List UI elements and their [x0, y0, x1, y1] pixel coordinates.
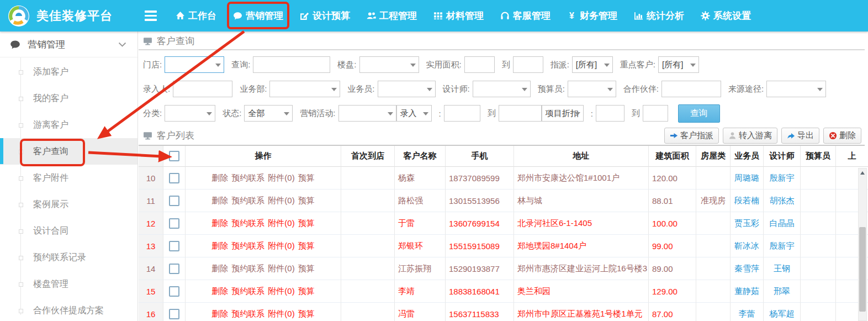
sidebar-item-customer-query[interactable]: 客户查询	[0, 138, 137, 165]
op-budget-link[interactable]: 预算	[298, 241, 315, 251]
nav-item-design-budget[interactable]: 设计预算	[300, 9, 350, 22]
select-all-checkbox[interactable]	[169, 151, 179, 161]
monitor-icon	[143, 36, 152, 46]
op-budget-link[interactable]: 预算	[298, 196, 315, 206]
row-checkbox[interactable]	[169, 286, 179, 297]
store-select[interactable]	[165, 56, 224, 73]
op-attachments-link[interactable]: 附件(0)	[268, 264, 294, 274]
sidebar-item-partner-commission-plan[interactable]: 合作伙伴提成方案	[0, 297, 137, 321]
menu-toggle-icon[interactable]	[145, 10, 157, 21]
project-discount-select[interactable]: 项目折扣	[542, 105, 584, 122]
nav-item-workbench[interactable]: 工作台	[176, 9, 216, 22]
op-appointment-contact-link[interactable]: 预约联系	[231, 309, 264, 319]
partner-input[interactable]	[661, 81, 721, 97]
op-delete-link[interactable]: 删除	[211, 218, 228, 229]
op-appointment-contact-link[interactable]: 预约联系	[231, 173, 264, 183]
designer-select[interactable]	[473, 81, 531, 97]
assign-customer-button[interactable]: 客户指派	[664, 128, 719, 144]
sidebar-group-marketing[interactable]: 营销管理	[0, 31, 137, 57]
op-delete-link[interactable]: 删除	[211, 241, 228, 251]
sidebar-item-appointment-contact-records[interactable]: 预约联系记录	[0, 244, 137, 271]
entry-person-input[interactable]	[173, 81, 232, 97]
nav-item-system-settings[interactable]: 系统设置	[701, 9, 751, 22]
op-attachments-link[interactable]: 附件(0)	[268, 241, 294, 251]
row-checkbox[interactable]	[169, 309, 179, 319]
usable-area-to-input[interactable]	[513, 56, 543, 73]
sidebar-item-design-contract[interactable]: 设计合同	[0, 218, 137, 244]
search-input[interactable]	[253, 56, 330, 73]
filter-label-discount-to: 到	[632, 108, 640, 119]
assign-select[interactable]: [所有]	[572, 56, 613, 73]
building-select[interactable]	[359, 56, 419, 73]
op-delete-link[interactable]: 删除	[211, 196, 228, 206]
filter-row: 录入人:业务部:业务员:设计师:预算员:合作伙伴:来源途径:	[143, 77, 868, 101]
customer-name-cell: 于雷	[395, 212, 446, 235]
scroll-up-arrow-icon[interactable]	[859, 169, 866, 177]
op-attachments-link[interactable]: 附件(0)	[268, 196, 294, 206]
mobile-cell: 13015513956	[446, 190, 514, 212]
row-checkbox[interactable]	[169, 173, 179, 183]
discount-from-input[interactable]	[596, 105, 624, 122]
delete-button[interactable]: 删除	[823, 128, 861, 144]
vertical-scrollbar[interactable]	[858, 168, 867, 321]
marketing-activity-select[interactable]	[338, 105, 396, 122]
op-attachments-link[interactable]: 附件(0)	[268, 173, 294, 183]
source-select[interactable]	[766, 81, 826, 97]
row-checkbox[interactable]	[169, 196, 179, 206]
entry-to-input[interactable]	[499, 105, 542, 122]
op-budget-link[interactable]: 预算	[298, 264, 315, 274]
nav-item-marketing[interactable]: 营销管理	[233, 9, 283, 22]
op-attachments-link[interactable]: 附件(0)	[268, 309, 294, 319]
salesman-select[interactable]	[378, 81, 436, 97]
entry-type-select[interactable]: 录入	[396, 105, 432, 122]
op-delete-link[interactable]: 删除	[211, 173, 228, 183]
op-attachments-link[interactable]: 附件(0)	[268, 218, 294, 229]
first-visit-cell	[341, 190, 395, 212]
op-delete-link[interactable]: 删除	[211, 309, 228, 319]
nav-item-statistics-analysis[interactable]: 统计分析	[634, 9, 684, 22]
query-button[interactable]: 查询	[678, 104, 720, 123]
nav-item-material-management[interactable]: 材料管理	[433, 9, 484, 22]
status-select[interactable]: 全部	[244, 105, 293, 122]
operations-cell: 删除预约联系附件(0)预算	[186, 167, 341, 190]
to-drift-button[interactable]: 转入游离	[723, 128, 777, 144]
nav-item-project-management[interactable]: 工程管理	[367, 9, 417, 22]
op-delete-link[interactable]: 删除	[211, 286, 228, 297]
mobile-cell: 15515915089	[446, 235, 514, 257]
row-checkbox[interactable]	[169, 241, 179, 251]
sidebar-item-building-management[interactable]: 楼盘管理	[0, 271, 137, 297]
column-header-salesman: 业务员	[731, 146, 764, 167]
usable-area-from-input[interactable]	[464, 56, 495, 73]
op-appointment-contact-link[interactable]: 预约联系	[231, 241, 264, 251]
entry-from-input[interactable]	[444, 105, 480, 122]
scrollbar-thumb[interactable]	[859, 227, 866, 312]
op-appointment-contact-link[interactable]: 预约联系	[231, 264, 264, 274]
sidebar-item-drift-customers[interactable]: 游离客户	[0, 112, 137, 138]
row-number: 14	[139, 257, 163, 280]
sidebar-item-add-customer[interactable]: 添加客户	[0, 59, 137, 85]
op-appointment-contact-link[interactable]: 预约联系	[231, 196, 264, 206]
category-select[interactable]	[165, 105, 215, 122]
row-checkbox[interactable]	[169, 264, 179, 274]
nav-item-customer-service[interactable]: 客服管理	[500, 9, 551, 22]
first-visit-cell	[341, 212, 395, 235]
export-button[interactable]: 导出	[781, 128, 819, 144]
op-appointment-contact-link[interactable]: 预约联系	[231, 286, 264, 297]
op-delete-link[interactable]: 删除	[211, 264, 228, 274]
op-attachments-link[interactable]: 附件(0)	[268, 286, 294, 297]
row-checkbox[interactable]	[169, 218, 179, 229]
assign-icon	[670, 131, 678, 140]
key-customer-select[interactable]: [所有]	[658, 56, 699, 73]
sidebar-item-my-customers[interactable]: 我的客户	[0, 85, 137, 112]
op-budget-link[interactable]: 预算	[298, 173, 315, 183]
op-budget-link[interactable]: 预算	[298, 286, 315, 297]
discount-to-input[interactable]	[643, 105, 668, 122]
op-budget-link[interactable]: 预算	[298, 218, 315, 229]
sidebar-item-case-display[interactable]: 案例展示	[0, 191, 137, 218]
sales-dept-select[interactable]	[269, 81, 340, 97]
sidebar-item-customer-attachments[interactable]: 客户附件	[0, 165, 137, 191]
nav-item-finance-management[interactable]: ¥财务管理	[567, 9, 617, 22]
budgeter-select[interactable]	[568, 81, 616, 97]
op-appointment-contact-link[interactable]: 预约联系	[231, 218, 264, 229]
op-budget-link[interactable]: 预算	[298, 309, 315, 319]
